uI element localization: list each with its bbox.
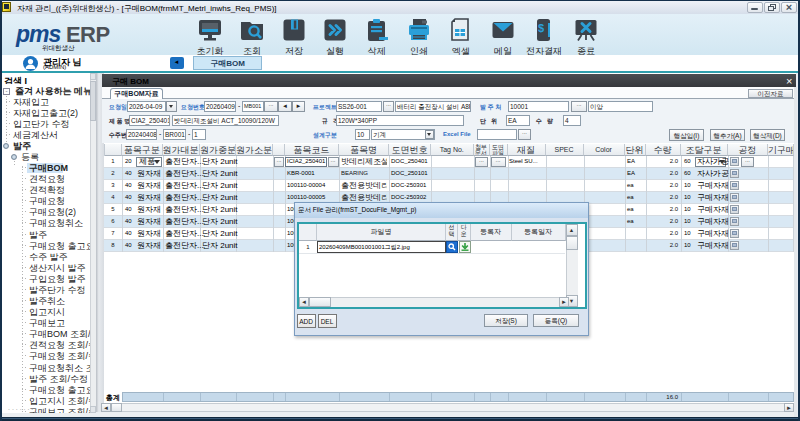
svg-text:$: $ [538,22,544,34]
